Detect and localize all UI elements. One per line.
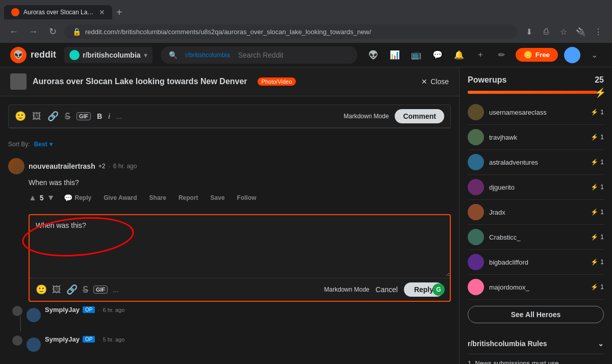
address-bar[interactable]: 🔒 reddit.com/r/britishcolumbia/comments/…: [64, 24, 517, 39]
reply-label: Reply: [74, 194, 91, 201]
notification-icon[interactable]: 🔔: [451, 47, 467, 63]
gif-button[interactable]: GIF: [76, 112, 91, 120]
hero-name-5[interactable]: Jradx: [489, 209, 585, 216]
hero-award-6: ⚡ 1: [591, 233, 604, 241]
download-icon[interactable]: ⬇: [521, 24, 537, 39]
user-avatar[interactable]: [564, 47, 580, 63]
image-icon[interactable]: 🖼: [32, 111, 41, 122]
lightning-icon-2: ⚡: [591, 134, 598, 141]
expand-icon[interactable]: ⌄: [586, 47, 602, 63]
hero-name-2[interactable]: travjhawk: [489, 134, 585, 141]
reply-box-wrapper: When was this? G 🙂 🖼 🔗 S̶ GIF ... Markdo…: [29, 214, 451, 302]
reddit-logo[interactable]: 👽 reddit: [10, 47, 56, 63]
reply-more-button[interactable]: ...: [113, 285, 119, 294]
video-icon[interactable]: 📺: [409, 47, 424, 63]
hero-item-2: travjhawk ⚡ 1: [468, 125, 604, 150]
sub-comment-author-2[interactable]: SymplyJay: [45, 335, 80, 343]
hero-award-count-6: 1: [600, 233, 604, 241]
save-button[interactable]: Save: [208, 192, 228, 203]
follow-button[interactable]: Follow: [234, 192, 260, 203]
extension-icon[interactable]: 🔌: [573, 24, 589, 39]
browser-nav: ← → ↻ 🔒 reddit.com/r/britishcolumbia/com…: [0, 20, 612, 43]
sort-bar: Sort By: Best ▾: [0, 137, 459, 152]
comment-toolbar: 🙂 🖼 🔗 S̶ GIF B i ... Markdown Mode Comme…: [9, 105, 450, 128]
chat-icon[interactable]: 💬: [430, 47, 445, 63]
refresh-button[interactable]: ↻: [45, 24, 60, 39]
thread-indicators-2: [12, 335, 22, 352]
comment-button[interactable]: Comment: [395, 109, 444, 123]
more-toolbar-button[interactable]: ...: [116, 112, 122, 120]
sub-comment-1: SymplyJay OP · 6 hr. ago: [8, 306, 459, 331]
reply-strike-icon[interactable]: S̶: [83, 284, 88, 295]
hero-award-count-5: 1: [600, 209, 604, 216]
bold-button[interactable]: B: [97, 112, 102, 120]
share-button[interactable]: Share: [146, 192, 169, 203]
close-button[interactable]: ✕ Close: [421, 77, 449, 86]
sub-comment-time-2: 5 hr. ago: [103, 336, 124, 343]
downvote-button[interactable]: ▼: [47, 193, 55, 202]
italic-button[interactable]: i: [108, 112, 110, 120]
see-all-heroes-button[interactable]: See All Heroes: [468, 306, 604, 323]
forward-button[interactable]: →: [26, 24, 41, 39]
reply-image-icon[interactable]: 🖼: [52, 284, 61, 295]
thread-indicators: [12, 306, 22, 331]
bookmark-icon[interactable]: ☆: [556, 24, 571, 39]
cancel-button[interactable]: Cancel: [375, 285, 398, 294]
new-tab-button[interactable]: +: [112, 7, 126, 18]
sort-value-button[interactable]: Best ▾: [34, 141, 53, 148]
op-badge-1: OP: [83, 306, 95, 313]
chart-icon[interactable]: 📊: [387, 47, 402, 63]
sort-label: Sort By:: [8, 141, 30, 148]
hero-name-6[interactable]: Crabsticc_: [489, 233, 585, 241]
reply-emoji-icon[interactable]: 🙂: [36, 284, 47, 295]
strikethrough-icon[interactable]: S̶: [65, 111, 70, 122]
lightning-icon-6: ⚡: [591, 233, 598, 241]
hero-award-1: ⚡ 1: [591, 109, 604, 116]
reply-gif-button[interactable]: GIF: [93, 285, 108, 294]
emoji-icon[interactable]: 🙂: [15, 111, 26, 122]
share-nav-icon[interactable]: ⎙: [539, 24, 554, 39]
upvote-button[interactable]: ▲: [29, 193, 37, 202]
reply-link-icon[interactable]: 🔗: [66, 284, 78, 295]
search-bar[interactable]: 🔍 r/britishcolumbia: [161, 46, 358, 64]
subreddit-selector[interactable]: r/britishcolumbia ▾: [64, 47, 152, 63]
rules-label: r/britishcolumbia Rules: [468, 340, 547, 348]
plus-icon[interactable]: ＋: [473, 47, 488, 63]
markdown-mode-label: Markdown Mode: [344, 113, 389, 120]
give-award-button[interactable]: Give Award: [100, 192, 140, 203]
op-badge-2: OP: [83, 336, 95, 343]
alien-icon[interactable]: 👽: [366, 47, 381, 63]
thread-dot: [12, 306, 22, 316]
hero-name-7[interactable]: bigbadclifford: [489, 258, 585, 266]
browser-tab[interactable]: Auroras over Slocan Lake lookin... ✕: [4, 5, 112, 19]
vote-count: 5: [40, 194, 44, 202]
report-button[interactable]: Report: [175, 192, 201, 203]
pen-icon[interactable]: ✏: [494, 47, 509, 63]
snoo-icon: 👽: [13, 50, 23, 60]
free-label: Free: [536, 51, 550, 59]
reply-button[interactable]: 💬 Reply: [61, 192, 94, 204]
search-icon: 🔍: [169, 51, 177, 59]
reply-box: When was this? G 🙂 🖼 🔗 S̶ GIF ... Markdo…: [29, 214, 451, 302]
hero-item-8: majordomox_ ⚡ 1: [468, 275, 604, 300]
back-button[interactable]: ←: [6, 24, 21, 39]
sub-comment-dot-2: ·: [98, 336, 99, 343]
hero-name-8[interactable]: majordomox_: [489, 283, 585, 291]
powerups-section: Powerups 25 ⚡ usernamesareclass ⚡ 1: [468, 75, 604, 323]
content-area: Auroras over Slocan Lake looking towards…: [0, 67, 459, 364]
reddit-header: 👽 reddit r/britishcolumbia ▾ 🔍 r/british…: [0, 43, 612, 67]
grammarly-icon: G: [432, 283, 445, 296]
more-nav-icon[interactable]: ⋮: [591, 24, 606, 39]
comment-award-count: +2: [98, 163, 106, 170]
search-input[interactable]: [238, 51, 349, 59]
hero-name-4[interactable]: djguerito: [489, 184, 585, 191]
hero-name-3[interactable]: astraladventures: [489, 159, 585, 166]
comment-author[interactable]: nouveautrailertrash: [29, 162, 95, 170]
hero-name-1[interactable]: usernamesareclass: [489, 109, 585, 116]
sub-comment-author-1[interactable]: SymplyJay: [45, 306, 80, 314]
tab-close-btn[interactable]: ✕: [99, 8, 105, 16]
reply-textarea[interactable]: When was this?: [30, 215, 450, 276]
link-icon[interactable]: 🔗: [47, 111, 59, 122]
comment-header: nouveautrailertrash +2 · 6 hr. ago: [8, 158, 451, 174]
free-button[interactable]: 🪙 Free: [516, 48, 558, 62]
